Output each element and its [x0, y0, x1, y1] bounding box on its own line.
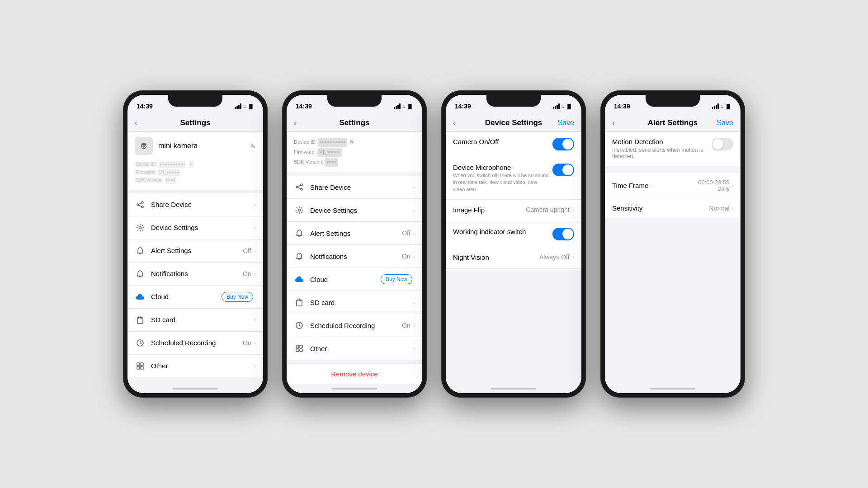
phone-4-screen: 14:39 ≈ ▐▌ ‹ Alert Settings Save — [605, 95, 741, 393]
wifi-icon-4: ≈ — [721, 104, 723, 109]
section-divider-4 — [605, 169, 741, 173]
alert-settings-value-2: Off — [402, 230, 410, 237]
cloud-item-2[interactable]: Cloud Buy Now — [287, 268, 422, 291]
time-frame-label: Time Frame — [612, 182, 698, 189]
phone-1: 14:39 ≈ ▐▌ ‹ Settings — [123, 90, 268, 398]
svg-point-16 — [301, 188, 302, 190]
microphone-item[interactable]: Device Microphone When you switch off, t… — [446, 157, 581, 200]
edit-icon-1[interactable]: ✎ — [250, 142, 256, 150]
camera-onoff-item[interactable]: Camera On/Off — [446, 131, 581, 157]
phones-container: 14:39 ≈ ▐▌ ‹ Settings — [105, 72, 763, 416]
notifications-item-2[interactable]: Notifications On › — [287, 245, 422, 268]
save-button-4[interactable]: Save — [717, 119, 733, 127]
other-chevron-1: › — [254, 362, 256, 369]
share-device-label-1: Share Device — [151, 201, 254, 208]
alert-settings-label-2: Alert Settings — [310, 230, 402, 237]
device-avatar-1 — [135, 137, 153, 155]
notifications-label-2: Notifications — [310, 253, 402, 260]
phone-2-screen: 14:39 ≈ ▐▌ ‹ Settings — [287, 95, 422, 393]
phone-1-screen: 14:39 ≈ ▐▌ ‹ Settings — [127, 95, 263, 393]
sensitivity-value: Normal — [709, 205, 730, 212]
signal-icon-3 — [553, 103, 560, 109]
device-settings-item-1[interactable]: Device Settings › — [127, 216, 263, 239]
device-profile-left: mini kamera — [135, 137, 198, 155]
svg-point-14 — [301, 184, 302, 186]
cloud-item-1[interactable]: Cloud Buy Now — [127, 286, 263, 309]
notifications-value-2: On — [402, 253, 410, 260]
motion-detection-title: Motion Detection — [612, 138, 707, 145]
back-button-2[interactable]: ‹ — [294, 119, 296, 127]
sensitivity-item[interactable]: Sensitivity Normal › — [605, 198, 741, 218]
phone-3: 14:39 ≈ ▐▌ ‹ Device Settings Save — [441, 90, 586, 398]
other-item-2[interactable]: Other › — [287, 337, 422, 360]
save-button-3[interactable]: Save — [558, 119, 574, 127]
svg-line-17 — [298, 185, 301, 187]
working-indicator-item[interactable]: Working indicator switch — [446, 221, 581, 247]
camera-icon-1 — [138, 141, 149, 151]
sdcard-chevron-2: › — [413, 299, 415, 306]
other-icon-2 — [294, 343, 305, 354]
alert-settings-chevron-2: › — [413, 230, 415, 237]
time-frame-chevron: › — [731, 182, 733, 189]
device-settings-icon-1 — [135, 222, 146, 233]
other-item-1[interactable]: Other › — [127, 355, 263, 377]
microphone-toggle[interactable] — [552, 164, 574, 176]
sdcard-icon-1 — [135, 314, 146, 325]
cloud-buy-now-btn-2[interactable]: Buy Now — [381, 274, 412, 284]
svg-rect-12 — [137, 366, 140, 369]
remove-device-btn[interactable]: Remove device — [287, 363, 422, 384]
other-icon-1 — [135, 361, 146, 371]
share-device-item-2[interactable]: Share Device › — [287, 176, 422, 199]
cloud-buy-now-btn-1[interactable]: Buy Now — [222, 292, 253, 302]
svg-point-15 — [296, 186, 298, 188]
sdcard-item-1[interactable]: SD card › — [127, 309, 263, 332]
time-frame-daily: Daily — [698, 186, 729, 192]
motion-detection-toggle[interactable] — [712, 138, 733, 150]
nav-bar-4: ‹ Alert Settings Save — [605, 115, 741, 131]
sdcard-item-2[interactable]: SD card › — [287, 291, 422, 314]
scheduled-rec-icon-1 — [135, 338, 146, 348]
svg-rect-24 — [296, 349, 299, 352]
image-flip-item[interactable]: Image Flip Camera upright › — [446, 200, 581, 221]
alert-settings-item-1[interactable]: Alert Settings Off › — [127, 239, 263, 263]
svg-point-4 — [142, 206, 143, 208]
image-flip-chevron: › — [572, 206, 574, 213]
status-icons-1: ≈ ▐▌ — [235, 103, 254, 109]
scheduled-rec-item-2[interactable]: Scheduled Recording On › — [287, 314, 422, 337]
motion-detection-item[interactable]: Motion Detection If enabled, send alerts… — [605, 131, 741, 166]
phone-4: 14:39 ≈ ▐▌ ‹ Alert Settings Save — [600, 90, 745, 398]
alert-icon-1 — [135, 245, 146, 256]
other-label-1: Other — [151, 362, 254, 370]
copy-icon-1[interactable]: ⎘ — [189, 161, 193, 168]
night-vision-item[interactable]: Night Vision Always Off › — [446, 247, 581, 269]
share-chevron-2: › — [413, 184, 415, 191]
wifi-icon-3: ≈ — [561, 104, 564, 109]
device-settings-item-2[interactable]: Device Settings › — [287, 199, 422, 222]
share-device-label-2: Share Device — [310, 183, 413, 191]
notch-1 — [168, 95, 222, 107]
notifications-item-1[interactable]: Notifications On › — [127, 263, 263, 286]
device-id-info-2: Device ID: •••••••••••••••• ⎘ Firmware: … — [287, 131, 422, 172]
back-button-3[interactable]: ‹ — [453, 119, 455, 127]
content-3: Camera On/Off Device Microphone When you… — [446, 131, 581, 384]
share-chevron-1: › — [254, 201, 256, 208]
svg-rect-25 — [300, 349, 302, 352]
time-frame-item[interactable]: Time Frame 00:00-23:59 Daily › — [605, 173, 741, 198]
cloud-label-1: Cloud — [151, 293, 222, 300]
working-indicator-toggle[interactable] — [552, 228, 574, 240]
scheduled-rec-item-1[interactable]: Scheduled Recording On › — [127, 332, 263, 355]
back-button-1[interactable]: ‹ — [135, 119, 137, 127]
time-4: 14:39 — [614, 103, 630, 110]
motion-detection-section: Motion Detection If enabled, send alerts… — [605, 131, 741, 166]
alert-settings-item-2[interactable]: Alert Settings Off › — [287, 222, 422, 245]
device-settings-label-1: Device Settings — [151, 224, 254, 231]
camera-onoff-toggle[interactable] — [552, 138, 574, 150]
back-button-4[interactable]: ‹ — [612, 119, 614, 127]
content-2: Device ID: •••••••••••••••• ⎘ Firmware: … — [287, 131, 422, 384]
share-device-item-1[interactable]: Share Device › — [127, 193, 263, 216]
notifications-chevron-1: › — [254, 270, 256, 277]
svg-point-2 — [142, 202, 143, 203]
notifications-icon-2 — [294, 251, 305, 262]
sensitivity-label: Sensitivity — [612, 204, 709, 212]
copy-icon-2[interactable]: ⎘ — [350, 137, 354, 147]
